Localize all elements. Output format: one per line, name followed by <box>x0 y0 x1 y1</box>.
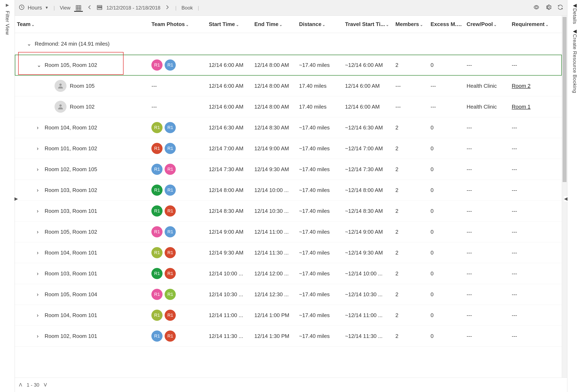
avatar: R1 <box>151 330 163 342</box>
cell-crew-pool: --- <box>464 117 510 138</box>
chevron-right-icon[interactable]: › <box>37 312 41 318</box>
cell-distance: ~17.40 miles <box>297 326 343 346</box>
chevron-down-icon: ⌄ <box>321 23 325 27</box>
main-workspace: Hours ▼ | View 12/12/2018 - 12/18/2018 |… <box>15 0 567 392</box>
time-scale-selector[interactable]: Hours ▼ <box>19 4 49 12</box>
requirement-link[interactable]: Room 2 <box>512 83 530 89</box>
col-excess[interactable]: Excess M...⌄ <box>428 16 464 33</box>
requirement-link[interactable]: Room 1 <box>512 104 530 110</box>
col-team-photos[interactable]: Team Photos⌄ <box>149 16 207 33</box>
cell-distance: ~17.40 miles <box>297 222 343 242</box>
chevron-right-icon[interactable]: › <box>37 145 41 152</box>
avatar: R1 <box>151 164 163 175</box>
expand-right-icon[interactable]: ◀ <box>573 2 577 8</box>
chevron-right-icon[interactable]: › <box>37 187 41 194</box>
cell-members: 2 <box>393 55 428 76</box>
svg-rect-5 <box>101 7 101 8</box>
table-row[interactable]: ›Room 102, Room 101R1R112/14 11:30 ...12… <box>15 326 562 346</box>
col-end-time[interactable]: End Time⌄ <box>252 16 297 33</box>
col-team[interactable]: Team⌄ <box>15 16 149 33</box>
eye-icon <box>533 4 539 10</box>
filter-view-tab[interactable]: Filter View <box>5 11 10 35</box>
cell-start-time: 12/14 8:00 AM <box>207 180 252 201</box>
table-row[interactable]: ›Room 104, Room 102R1R112/14 6:30 AM12/1… <box>15 117 562 138</box>
cell-distance: ~17.40 miles <box>297 138 343 159</box>
chevron-right-icon[interactable]: › <box>37 333 41 339</box>
table-row[interactable]: ›Room 101, Room 102R1R112/14 7:00 AM12/1… <box>15 138 562 159</box>
avatar: R1 <box>165 122 176 133</box>
cell-start-time: 12/14 6:00 AM <box>207 76 252 96</box>
team-name: Room 105 <box>70 83 95 89</box>
table-row[interactable]: ⌄Room 105, Room 102R1R112/14 6:00 AM12/1… <box>15 55 562 76</box>
col-distance[interactable]: Distance⌄ <box>297 16 343 33</box>
cell-crew-pool: --- <box>464 284 510 305</box>
table-row[interactable]: ›Room 103, Room 101R1R112/14 8:30 AM12/1… <box>15 201 562 222</box>
table-row[interactable]: ›Room 105, Room 102R1R112/14 9:00 AM12/1… <box>15 222 562 242</box>
avatar: R1 <box>151 206 163 216</box>
cell-travel-start: ~12/14 10:30 ... <box>343 284 393 305</box>
cell-end-time: 12/14 8:00 AM <box>252 55 297 76</box>
table-row[interactable]: Room 102---12/14 6:00 AM12/14 8:00 AM17.… <box>15 96 562 117</box>
table-row[interactable]: ›Room 102, Room 105R1R112/14 7:30 AM12/1… <box>15 159 562 180</box>
chevron-right-icon[interactable]: › <box>37 229 41 235</box>
refresh-button[interactable] <box>557 4 563 12</box>
next-period-button[interactable] <box>164 4 170 12</box>
avatar: R1 <box>165 184 176 196</box>
svg-point-6 <box>59 84 62 86</box>
expand-panel-right-icon[interactable]: ◀ <box>564 196 567 202</box>
pager-range-label: 1 - 30 <box>27 382 39 388</box>
col-members[interactable]: Members⌄ <box>393 16 428 33</box>
expand-left-icon[interactable]: ▶ <box>6 2 9 8</box>
pager-prev-button[interactable]: ᐱ <box>19 382 22 388</box>
pager-next-button[interactable]: ᐯ <box>44 382 47 388</box>
cell-requirement[interactable]: Room 2 <box>510 76 562 96</box>
cell-members: --- <box>393 96 428 117</box>
cell-excess: 0 <box>428 159 464 180</box>
cell-team-photos: --- <box>149 96 207 117</box>
chevron-right-icon[interactable]: › <box>37 208 41 214</box>
table-row[interactable]: ›Room 105, Room 104R1R112/14 10:30 ...12… <box>15 284 562 305</box>
create-resource-booking-tab[interactable]: Create Resource Booking <box>572 34 578 93</box>
chevron-down-icon[interactable]: ⌄ <box>37 62 41 68</box>
svg-rect-4 <box>99 7 100 8</box>
col-crew-pool[interactable]: Crew/Pool⌄ <box>464 16 510 33</box>
chevron-right-icon[interactable]: › <box>37 166 41 172</box>
cell-team-photos: --- <box>149 76 207 96</box>
cell-travel-start: ~12/14 6:30 AM <box>343 117 393 138</box>
scrollbar-thumb[interactable] <box>562 17 566 182</box>
col-requirement[interactable]: Requirement⌄ <box>510 16 562 33</box>
grid-view-button[interactable] <box>74 4 83 12</box>
cell-excess: 0 <box>428 326 464 346</box>
avatar: R1 <box>165 143 176 154</box>
table-row[interactable]: ›Room 103, Room 101R1R112/14 10:00 ...12… <box>15 263 562 284</box>
avatar: R1 <box>165 247 176 258</box>
table-row[interactable]: ›Room 104, Room 101R1R112/14 11:00 ...12… <box>15 305 562 326</box>
clock-icon <box>19 4 25 12</box>
chevron-right-icon[interactable]: › <box>37 291 41 298</box>
book-button[interactable]: Book <box>182 5 193 11</box>
cell-requirement: --- <box>510 55 562 76</box>
group-header-row[interactable]: ⌄ Redmond: 24 min (14.91 miles) <box>15 33 562 55</box>
details-tab[interactable]: Details <box>572 8 578 24</box>
col-start-time[interactable]: Start Time⌄ <box>207 16 252 33</box>
expand-right-icon[interactable]: ◀ <box>573 28 577 34</box>
visibility-button[interactable] <box>533 4 539 12</box>
prev-period-button[interactable] <box>87 4 93 12</box>
cell-crew-pool: --- <box>464 263 510 284</box>
table-row[interactable]: ›Room 103, Room 102R1R112/14 8:00 AM12/1… <box>15 180 562 201</box>
settings-button[interactable] <box>545 4 551 12</box>
cell-requirement[interactable]: Room 1 <box>510 96 562 117</box>
expand-panel-left-icon[interactable]: ▶ <box>15 196 18 202</box>
chevron-right-icon[interactable]: › <box>37 124 41 131</box>
cell-distance: ~17.40 miles <box>297 159 343 180</box>
date-picker-button[interactable] <box>97 4 103 12</box>
cell-excess: 0 <box>428 138 464 159</box>
cell-end-time: 12/14 12:00 ... <box>252 263 297 284</box>
chevron-right-icon[interactable]: › <box>37 270 41 277</box>
col-travel-start[interactable]: Travel Start Ti...⌄ <box>343 16 393 33</box>
cell-start-time: 12/14 7:30 AM <box>207 159 252 180</box>
table-row[interactable]: Room 105---12/14 6:00 AM12/14 8:00 AM17.… <box>15 76 562 96</box>
table-row[interactable]: ›Room 104, Room 101R1R112/14 9:30 AM12/1… <box>15 242 562 263</box>
chevron-right-icon[interactable]: › <box>37 250 41 256</box>
cell-end-time: 12/14 12:30 ... <box>252 284 297 305</box>
